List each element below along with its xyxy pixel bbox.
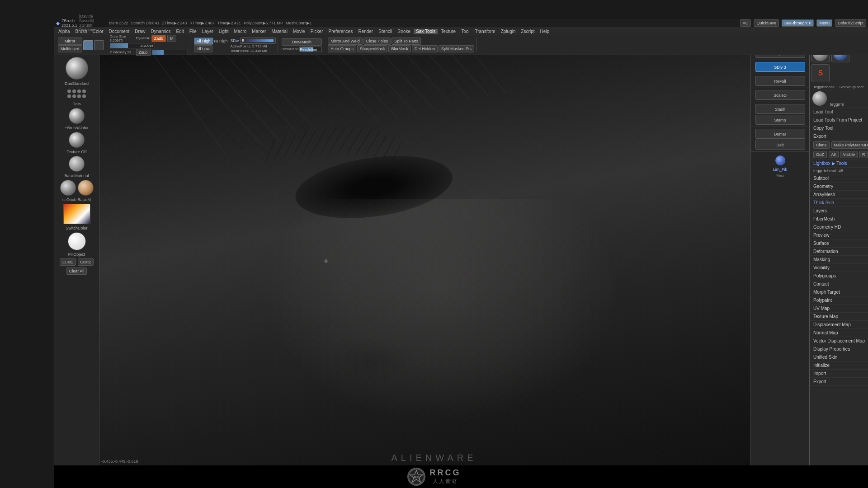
sax-item-unified-skin[interactable]: Unified Skin	[810, 353, 868, 361]
menu-zscript[interactable]: Zscript	[519, 29, 537, 34]
sax-item-preview[interactable]: Preview	[810, 231, 868, 239]
tool-sphere-small[interactable]	[812, 91, 827, 106]
zadd-button[interactable]: Zadd	[151, 35, 166, 42]
sax-item-geometry-hd[interactable]: Geometry HD	[810, 223, 868, 231]
menu-sax-tools[interactable]: Sax Tools	[414, 29, 438, 34]
mirror-weld-button[interactable]: Mirror And Weld	[328, 38, 362, 45]
stamp-button[interactable]: Stamp	[755, 115, 805, 125]
menu-marker[interactable]: Marker	[250, 29, 268, 34]
blur-mask-button[interactable]: BlurMask	[388, 45, 411, 52]
zsub-button[interactable]: Zsub	[136, 49, 151, 56]
sharpen-mask-button[interactable]: SharpenMask	[357, 45, 388, 52]
all-button[interactable]: All	[829, 151, 839, 158]
scaled-button[interactable]: ScaleD	[755, 90, 805, 100]
texture-sphere[interactable]	[69, 132, 85, 148]
sax-item-vector-displacement[interactable]: Vector Displacement Map	[810, 337, 868, 345]
menu-material[interactable]: Material	[269, 29, 290, 34]
material-sphere-1[interactable]	[60, 180, 76, 196]
sax-item-morph-target[interactable]: Morph Target	[810, 288, 868, 296]
brush-mode-1[interactable]	[83, 40, 93, 50]
goz-button[interactable]: GoZ	[813, 151, 827, 158]
sax-item-polypaint[interactable]: Polypaint	[810, 296, 868, 305]
menu-texture[interactable]: Texture	[439, 29, 458, 34]
menu-picker[interactable]: Picker	[308, 29, 326, 34]
sax-item-subtool[interactable]: Subtool	[810, 174, 868, 183]
viewport[interactable]: -0.435,-0.449,-0.618	[99, 55, 750, 465]
all-high-button[interactable]: All High	[194, 38, 213, 45]
menu-button[interactable]: Menu	[816, 19, 832, 27]
split-to-parts-button[interactable]: Split To Parts	[392, 38, 421, 45]
zscript-button[interactable]: DefaultZScript	[835, 19, 866, 27]
cust2-button[interactable]: Cust2	[78, 258, 94, 266]
sax-item-export-bottom[interactable]: Export	[810, 378, 868, 386]
sax-item-polygroups[interactable]: Polygroups	[810, 272, 868, 280]
quick-save-button[interactable]: QuickSave	[754, 19, 779, 27]
menu-render[interactable]: Render	[356, 29, 375, 34]
draw-size-slider[interactable]: 3.20975	[110, 43, 155, 48]
sax-item-masking[interactable]: Masking	[810, 256, 868, 264]
clear-all-button[interactable]: Clear All	[66, 267, 87, 275]
switch-color-button[interactable]: SwitchColor	[66, 226, 87, 230]
split-masked-button[interactable]: Split Masked Pts	[439, 45, 474, 52]
close-holes-button[interactable]: Close Holes	[363, 38, 391, 45]
all-low-button[interactable]: All Low	[194, 45, 212, 52]
sax-item-initialize[interactable]: Initialize	[810, 361, 868, 370]
menu-help[interactable]: Help	[538, 29, 552, 34]
menu-layer[interactable]: Layer	[200, 29, 216, 34]
sax-item-surface[interactable]: Surface	[810, 239, 868, 248]
sax-item-load-tools-project[interactable]: Load Tools From Project	[810, 116, 868, 124]
sax-item-uv-map[interactable]: UV Map	[810, 305, 868, 313]
dumar-button[interactable]: Dumar	[755, 129, 805, 139]
menu-draw[interactable]: Draw	[132, 29, 147, 34]
sax-item-geometry[interactable]: Geometry	[810, 183, 868, 191]
menu-stroke[interactable]: Stroke	[395, 29, 413, 34]
sax-item-load-tool[interactable]: Load Tool	[810, 108, 868, 116]
menu-light[interactable]: Light	[217, 29, 231, 34]
sax-item-copy-tool[interactable]: Copy Tool	[810, 124, 868, 132]
sax-item-layers[interactable]: Layers	[810, 207, 868, 215]
sax-item-visibility[interactable]: Visibility	[810, 264, 868, 272]
stash-button[interactable]: Stash	[755, 104, 805, 114]
sax-item-display-props[interactable]: Display Properties	[810, 345, 868, 353]
sax-item-thick-skin[interactable]: Thick Skin	[810, 199, 868, 207]
auto-groups-button[interactable]: Auto Groups	[328, 45, 356, 52]
multiinsert-button[interactable]: MultiInsert	[58, 45, 82, 52]
sax-item-import[interactable]: Import	[810, 370, 868, 378]
menu-movie[interactable]: Movie	[291, 29, 307, 34]
sdiv-slider[interactable]	[246, 39, 274, 42]
r-button[interactable]: R	[859, 151, 868, 158]
sax-item-contact[interactable]: Contact	[810, 280, 868, 288]
sdiv-value-box[interactable]: 5	[240, 38, 276, 44]
menu-document[interactable]: Document	[107, 29, 132, 34]
sax-item-normal-map[interactable]: Normal Map	[810, 329, 868, 337]
ac-button[interactable]: AC	[740, 19, 751, 27]
menu-tool[interactable]: Tool	[459, 29, 472, 34]
sdiv3-button[interactable]: SDiv 3	[755, 62, 805, 72]
menu-stencil[interactable]: Stencil	[376, 29, 394, 34]
menu-transform[interactable]: Transform	[472, 29, 497, 34]
sax-item-deformation[interactable]: Deformation	[810, 248, 868, 256]
menu-preferences[interactable]: Preferences	[326, 29, 355, 34]
material-sphere-2[interactable]	[78, 180, 94, 196]
cust1-button[interactable]: Cust1	[60, 258, 76, 266]
sax-item-arraymesh[interactable]: ArrayMesh	[810, 191, 868, 199]
menu-macro[interactable]: Macro	[232, 29, 249, 34]
menu-file[interactable]: File	[187, 29, 199, 34]
menu-zplugin[interactable]: Zplugin	[499, 29, 518, 34]
sax-item-displacement-map[interactable]: Displacement Map	[810, 321, 868, 329]
sax-item-texture-map[interactable]: Texture Map	[810, 313, 868, 321]
make-polymesh-button[interactable]: Make PolyMesh3D	[831, 141, 868, 149]
brush-mode-2[interactable]	[94, 40, 104, 50]
menu-dynamics[interactable]: Dynamics	[149, 29, 173, 34]
material-sphere[interactable]	[69, 156, 85, 172]
color-swatch[interactable]	[63, 204, 90, 224]
fill-sphere[interactable]	[68, 232, 86, 250]
det-hidden-button[interactable]: Det Hidden	[412, 45, 438, 52]
mirror-button[interactable]: Mirror	[58, 38, 82, 45]
see-through-button[interactable]: See-through: 0	[782, 19, 814, 27]
menu-alpha[interactable]: Alpha	[56, 29, 72, 34]
visible-button[interactable]: Visible	[840, 151, 858, 158]
dynamesh-button[interactable]: DynaMesh	[282, 38, 322, 46]
resolution-slider[interactable]: Resolution 528	[299, 47, 322, 52]
refull-button[interactable]: ReFull	[755, 76, 805, 86]
